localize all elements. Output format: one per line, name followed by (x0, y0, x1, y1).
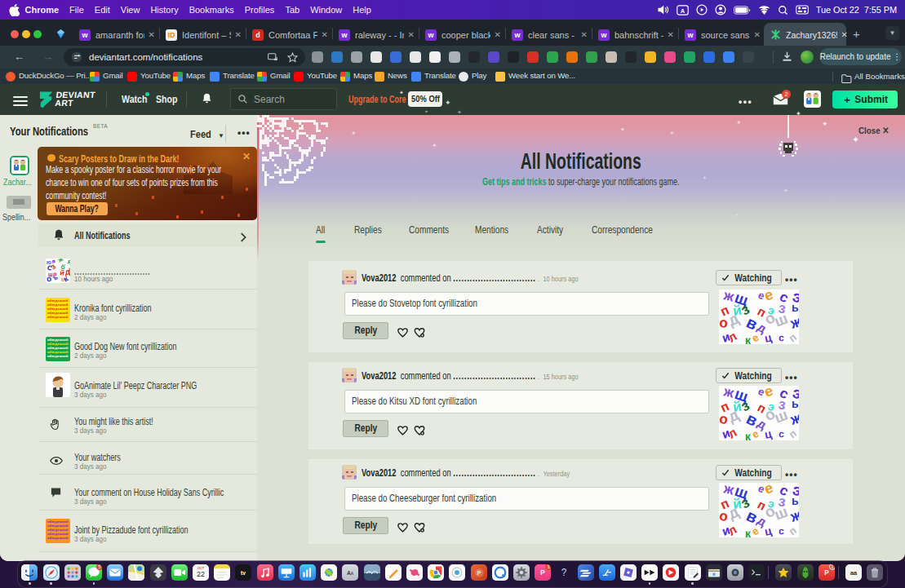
svg-text:ь: ь (792, 494, 799, 507)
svg-text:ь: ь (792, 301, 799, 314)
svg-text:A: A (681, 7, 685, 14)
svg-text:с: с (779, 332, 785, 343)
svg-text:с: с (779, 525, 785, 537)
svg-text:ь: ь (792, 397, 799, 410)
svg-text:абвгдежзий: абвгдежзий (47, 354, 69, 358)
svg-text:абвгдежзий: абвгдежзий (47, 536, 69, 540)
svg-text:абвгдежзий: абвгдежзий (47, 315, 69, 319)
svg-text:с: с (779, 428, 785, 440)
